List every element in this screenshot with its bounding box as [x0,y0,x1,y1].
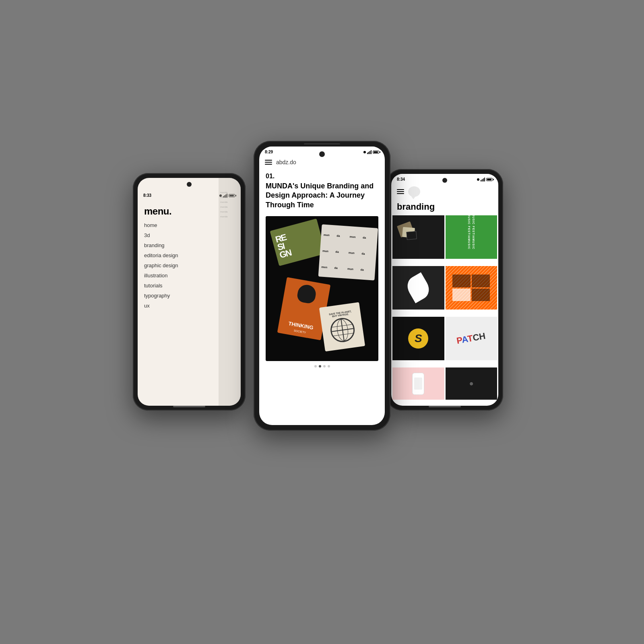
signal-right [481,178,485,182]
card-resign: RESIGN [270,219,326,266]
grid-cell-orange[interactable] [446,266,497,310]
grid-cell-phone-pink[interactable] [392,367,444,400]
grid-cell-leaf[interactable] [392,266,444,310]
camera-center [319,151,325,157]
battery-right [486,178,493,181]
phone-left: 8:33 menu. [133,173,246,411]
branding-grid: FESTIAMUSIC FESTIAMUSIC FESTIAMUSIC FEST… [391,215,498,406]
article-number: 01. [266,173,378,180]
article-screen: 8:29 [259,147,385,425]
card-globe: SAVE THE PLANET,BUY VINTAGE. [319,302,365,352]
grid-cell-festia[interactable]: FESTIAMUSIC FESTIAMUSIC FESTIAMUSIC FEST… [446,215,497,259]
design-collage: RESIGN mun da mun da mun da mun [266,216,378,361]
camera-left [187,182,192,187]
grid-cell-dark-item[interactable]: ◎ [446,367,497,400]
phones-container: 8:33 menu. [141,141,503,503]
speech-bubble [408,186,420,197]
bottom-bar-right [429,406,461,407]
phone-center: 8:29 [254,141,390,431]
time-right: 8:34 [397,177,405,182]
status-icons-center [363,150,379,154]
time-center: 8:29 [265,150,273,154]
branding-screen: 8:34 [391,174,498,406]
hamburger-icon[interactable] [265,160,272,165]
grid-cell-cards[interactable] [392,215,444,259]
branding-title: branding [391,200,498,215]
bottom-bar-left [173,406,205,407]
article-content: 01. MUNDA's Unique Branding and Design A… [259,169,385,425]
branding-nav [391,183,498,200]
screen-center: 8:29 [259,147,385,425]
screen-left: 8:33 menu. [138,178,241,406]
grid-cell-s-logo[interactable]: S [392,317,444,360]
globe-circle [329,316,356,344]
article-domain: abdz.do [276,159,296,165]
partial-text: mundamundamundamundamundamunda [219,178,241,231]
notif-right [477,178,479,181]
leaf-icon [404,272,433,303]
s-logo: S [408,328,428,349]
time-left: 8:33 [143,193,151,198]
phone-right: 8:34 [386,169,503,411]
article-image: RESIGN mun da mun da mun da mun [266,216,378,361]
article-title: MUNDA's Unique Branding and Design Appro… [266,182,378,210]
partial-panel: mundamundamundamundamundamunda [219,178,241,406]
article-nav: abdz.do [259,156,385,169]
screen-right: 8:34 [391,174,498,406]
grid-cell-patch[interactable]: PATCH [446,317,497,360]
patch-text: PATCH [456,331,487,346]
home-bar-center [304,143,340,144]
notif-center [363,151,366,153]
status-icons-right [477,178,493,182]
card-munda: mun da mun da mun da mun da mun da mun [318,224,378,280]
signal-center [367,150,372,154]
battery-center [373,151,379,154]
article-dots [266,361,378,372]
hamburger-icon-right[interactable] [397,189,404,194]
camera-right [442,178,447,183]
